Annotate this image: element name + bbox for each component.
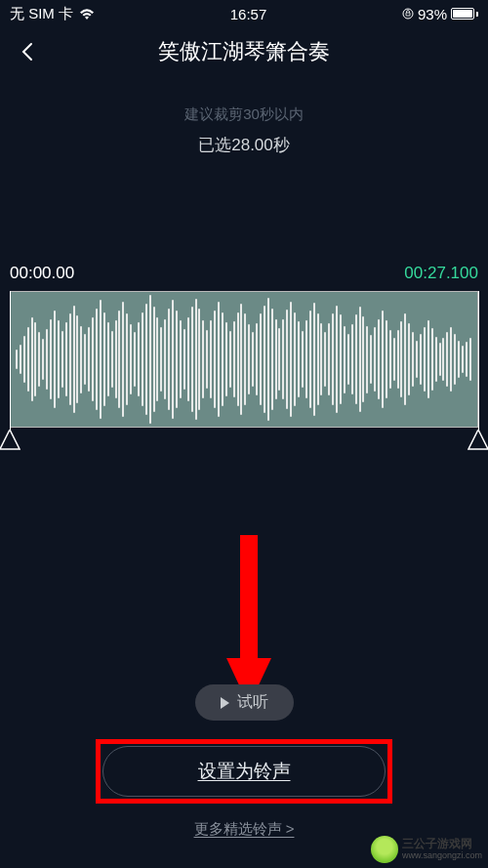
watermark-url: www.sangongzi.com	[402, 851, 482, 861]
bottom-actions: 试听 设置为铃声 更多精选铃声 >	[0, 684, 488, 839]
preview-label: 试听	[237, 692, 268, 713]
time-labels: 00:00.00 00:27.100	[0, 264, 488, 283]
waveform[interactable]	[10, 291, 478, 428]
back-button[interactable]	[16, 40, 39, 63]
status-right: 93%	[402, 6, 478, 22]
clock: 16:57	[230, 6, 267, 22]
watermark-logo-icon	[371, 836, 398, 863]
end-time: 00:27.100	[404, 264, 478, 283]
trim-info: 建议裁剪30秒以内 已选28.00秒	[0, 105, 488, 156]
battery-percent: 93%	[418, 6, 447, 22]
watermark-name: 三公子游戏网	[402, 838, 482, 850]
status-bar: 无 SIM 卡 16:57 93%	[0, 0, 488, 27]
page-title: 笑傲江湖琴箫合奏	[158, 37, 330, 66]
set-ringtone-label: 设置为铃声	[198, 761, 291, 781]
start-time: 00:00.00	[10, 264, 74, 283]
play-icon	[221, 697, 229, 709]
trim-hint: 建议裁剪30秒以内	[0, 105, 488, 124]
navigation-bar: 笑傲江湖琴箫合奏	[0, 27, 488, 76]
trim-handle-right[interactable]	[468, 430, 488, 453]
wifi-icon	[79, 8, 95, 20]
battery-icon	[451, 8, 478, 20]
watermark: 三公子游戏网 www.sangongzi.com	[371, 836, 482, 863]
waveform-section: 00:00.00 00:27.100	[0, 264, 488, 428]
preview-button[interactable]: 试听	[195, 684, 294, 721]
trim-handle-left[interactable]	[0, 430, 20, 453]
selected-duration: 已选28.00秒	[0, 134, 488, 156]
svg-rect-1	[240, 535, 258, 660]
status-left: 无 SIM 卡	[10, 5, 95, 23]
rotation-lock-icon	[402, 8, 414, 20]
set-ringtone-button[interactable]: 设置为铃声	[102, 746, 386, 797]
sim-status: 无 SIM 卡	[10, 5, 73, 23]
